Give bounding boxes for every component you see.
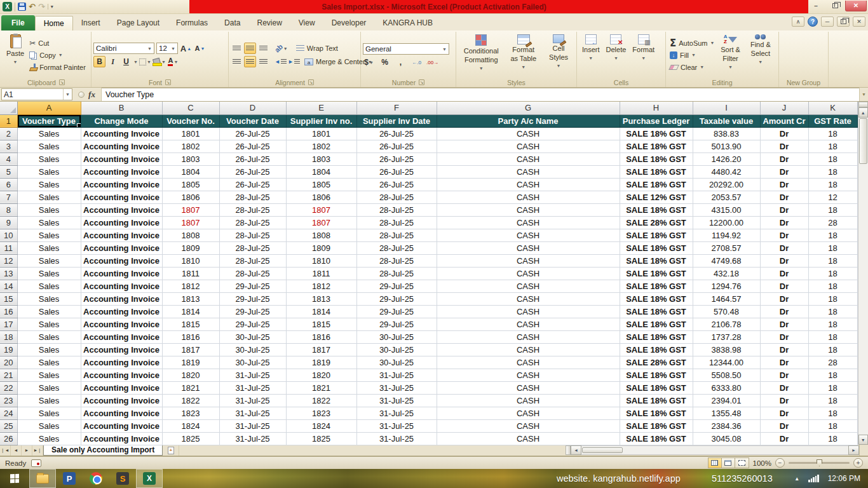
cell[interactable]: Accounting Invoice bbox=[81, 229, 162, 241]
cell[interactable]: Sales bbox=[17, 305, 81, 318]
row-header-3[interactable]: 3 bbox=[0, 140, 17, 152]
cell[interactable]: Accounting Invoice bbox=[81, 419, 162, 432]
page-layout-view-button[interactable] bbox=[722, 458, 735, 468]
cell[interactable]: 26-Jul-25 bbox=[219, 152, 286, 165]
save-icon[interactable] bbox=[18, 3, 26, 11]
row-header-1[interactable]: 1 bbox=[0, 114, 17, 127]
row-header-13[interactable]: 13 bbox=[0, 267, 17, 280]
cell[interactable]: Accounting Invoice bbox=[81, 305, 162, 318]
cell[interactable]: 1813 bbox=[162, 292, 219, 305]
row-header-15[interactable]: 15 bbox=[0, 292, 17, 305]
fill-button[interactable]: ↓Fill ▼ bbox=[668, 50, 716, 61]
cell[interactable]: 28-Jul-25 bbox=[356, 203, 437, 216]
row-header-5[interactable]: 5 bbox=[0, 165, 17, 178]
cell[interactable]: 1817 bbox=[286, 343, 356, 356]
row-header-25[interactable]: 25 bbox=[0, 419, 17, 432]
cell[interactable]: CASH bbox=[437, 241, 620, 254]
cell[interactable]: 1814 bbox=[162, 305, 219, 318]
cell[interactable]: Dr bbox=[760, 343, 808, 356]
cell[interactable]: 18 bbox=[808, 280, 857, 292]
cell[interactable]: Dr bbox=[760, 381, 808, 394]
cell[interactable]: 1812 bbox=[162, 280, 219, 292]
cell[interactable]: 29-Jul-25 bbox=[356, 280, 437, 292]
cell[interactable]: 5508.50 bbox=[693, 369, 760, 381]
align-middle-icon[interactable] bbox=[244, 43, 256, 54]
cell[interactable]: 1825 bbox=[162, 432, 219, 445]
cell[interactable]: Dr bbox=[760, 191, 808, 203]
cell[interactable]: CASH bbox=[437, 343, 620, 356]
network-signal-icon[interactable] bbox=[808, 475, 819, 482]
cell[interactable]: SALE 18% GST bbox=[620, 381, 693, 394]
cell[interactable]: Dr bbox=[760, 305, 808, 318]
normal-view-button[interactable] bbox=[709, 458, 722, 468]
cell[interactable]: CASH bbox=[437, 305, 620, 318]
tab-formulas[interactable]: Formulas bbox=[168, 16, 216, 30]
tab-view[interactable]: View bbox=[290, 16, 323, 30]
cell[interactable]: Dr bbox=[760, 280, 808, 292]
cell[interactable]: CASH bbox=[437, 191, 620, 203]
cell[interactable]: 1822 bbox=[162, 394, 219, 407]
cell[interactable]: Dr bbox=[760, 318, 808, 330]
cell[interactable]: Dr bbox=[760, 178, 808, 191]
cell[interactable]: 1825 bbox=[286, 432, 356, 445]
cell[interactable]: SALE 18% GST bbox=[620, 305, 693, 318]
tray-expand-icon[interactable]: ▲ bbox=[794, 476, 799, 482]
cell[interactable]: SALE 18% GST bbox=[620, 140, 693, 152]
delete-cells-button[interactable]: ✕ Delete▼ bbox=[603, 32, 630, 78]
fill-color-icon[interactable]: ▼ bbox=[153, 56, 166, 67]
cell[interactable]: Accounting Invoice bbox=[81, 267, 162, 280]
cell[interactable]: CASH bbox=[437, 254, 620, 267]
cell[interactable]: 1819 bbox=[162, 356, 219, 369]
cell[interactable]: 28-Jul-25 bbox=[219, 229, 286, 241]
cell[interactable]: Accounting Invoice bbox=[81, 191, 162, 203]
cell[interactable]: Sales bbox=[17, 191, 81, 203]
cell[interactable]: CASH bbox=[437, 203, 620, 216]
cell[interactable]: 26-Jul-25 bbox=[219, 178, 286, 191]
select-all-corner[interactable] bbox=[0, 102, 17, 114]
column-header-F[interactable]: F bbox=[356, 102, 437, 114]
cell[interactable]: 18 bbox=[808, 229, 857, 241]
cell[interactable]: 28-Jul-25 bbox=[356, 216, 437, 229]
cell[interactable]: CASH bbox=[437, 381, 620, 394]
cell[interactable]: 1806 bbox=[286, 191, 356, 203]
cell[interactable]: Dr bbox=[760, 165, 808, 178]
formula-input[interactable]: Voucher Type bbox=[102, 88, 859, 101]
qat-customize-icon[interactable]: ▾ bbox=[48, 4, 53, 10]
cell[interactable]: 29-Jul-25 bbox=[219, 280, 286, 292]
scroll-down-icon[interactable]: ▼ bbox=[858, 435, 868, 445]
taskbar-p-app-button[interactable]: P bbox=[56, 469, 83, 488]
cell[interactable]: Sales bbox=[17, 356, 81, 369]
taskbar-explorer-button[interactable] bbox=[29, 469, 56, 488]
cell[interactable]: 432.18 bbox=[693, 267, 760, 280]
scroll-up-icon[interactable]: ▲ bbox=[858, 107, 868, 118]
dialog-launcher-icon[interactable]: ↘ bbox=[419, 79, 424, 85]
cell[interactable]: Sales bbox=[17, 203, 81, 216]
scroll-left-icon[interactable]: ◄ bbox=[571, 445, 581, 455]
cell[interactable]: SALE 18% GST bbox=[620, 165, 693, 178]
horizontal-split-handle[interactable] bbox=[566, 445, 571, 455]
bold-button[interactable]: B bbox=[93, 56, 105, 67]
cell[interactable]: 1805 bbox=[286, 178, 356, 191]
cell[interactable]: Accounting Invoice bbox=[81, 356, 162, 369]
field-cell[interactable]: Change Mode bbox=[81, 114, 162, 127]
underline-button[interactable]: U bbox=[120, 56, 132, 67]
cell[interactable]: Dr bbox=[760, 127, 808, 140]
cell[interactable]: Accounting Invoice bbox=[81, 369, 162, 381]
last-sheet-icon[interactable]: ►❘ bbox=[32, 445, 43, 456]
cell[interactable]: CASH bbox=[437, 280, 620, 292]
zoom-level[interactable]: 100% bbox=[753, 459, 771, 467]
cell[interactable]: Dr bbox=[760, 152, 808, 165]
cell[interactable]: 31-Jul-25 bbox=[219, 394, 286, 407]
cell[interactable]: 18 bbox=[808, 203, 857, 216]
cell-styles-button[interactable]: CellStyles ▼ bbox=[543, 32, 574, 78]
cell[interactable]: Sales bbox=[17, 152, 81, 165]
workbook-restore-icon[interactable] bbox=[837, 17, 850, 27]
cell[interactable]: 18 bbox=[808, 343, 857, 356]
cell[interactable]: 26-Jul-25 bbox=[356, 140, 437, 152]
tab-review[interactable]: Review bbox=[248, 16, 290, 30]
cell[interactable]: 18 bbox=[808, 305, 857, 318]
column-header-G[interactable]: G bbox=[437, 102, 620, 114]
cell[interactable]: 1816 bbox=[286, 330, 356, 343]
cell[interactable]: 1824 bbox=[162, 419, 219, 432]
cell[interactable]: Dr bbox=[760, 203, 808, 216]
